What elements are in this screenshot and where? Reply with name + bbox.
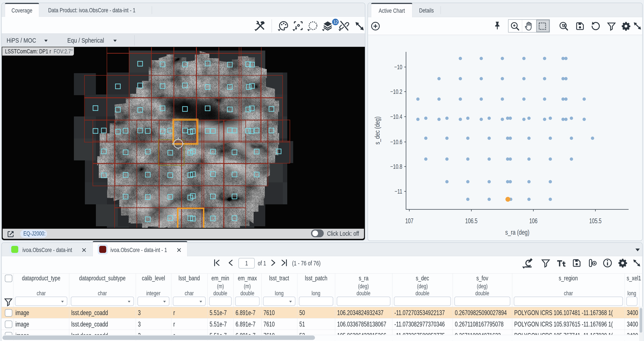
svg-text:s_dec (deg): s_dec (deg) [374, 116, 381, 145]
svg-text:s_ra (deg): s_ra (deg) [505, 229, 530, 236]
svg-text:107: 107 [405, 217, 413, 225]
svg-text:−11: −11 [394, 187, 402, 195]
svg-text:−10.6: −10.6 [390, 138, 402, 145]
svg-text:105.5: 105.5 [589, 217, 602, 225]
svg-text:−10.8: −10.8 [390, 163, 402, 170]
svg-text:−10.4: −10.4 [390, 113, 402, 120]
svg-text:106.5: 106.5 [465, 217, 478, 225]
svg-text:−10.2: −10.2 [390, 88, 402, 95]
svg-text:−10: −10 [394, 63, 402, 70]
svg-text:106: 106 [529, 217, 537, 225]
